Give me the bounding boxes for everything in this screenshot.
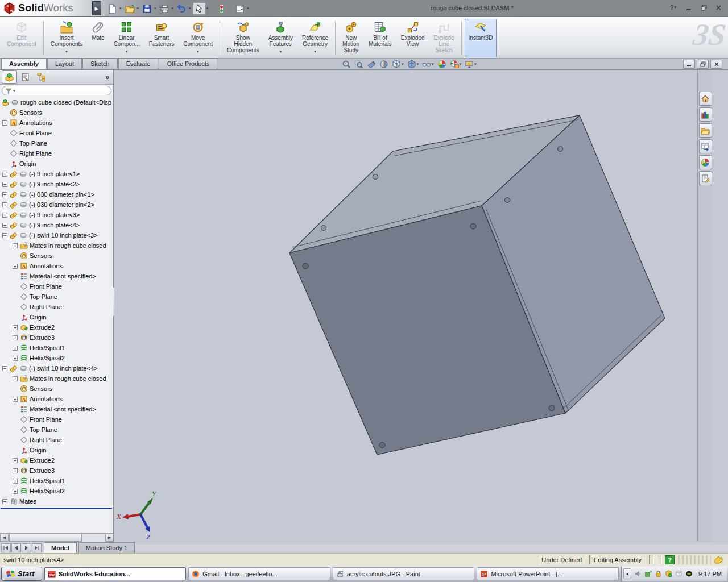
view-orientation-dropdown-caret[interactable]: ▾ [402, 62, 404, 66]
expand-box[interactable]: + [2, 172, 7, 177]
tree-item[interactable]: +Mates in rough cube closed [0, 240, 113, 251]
configuration-manager-tab[interactable] [34, 70, 49, 84]
collapse-box[interactable]: – [2, 233, 7, 238]
panel-tabs-overflow-button[interactable]: » [105, 73, 109, 81]
assembly-features-button[interactable]: AssemblyFeatures▾ [264, 19, 297, 57]
expand-box[interactable]: + [13, 458, 18, 463]
print-dropdown-caret[interactable]: ▾ [172, 6, 174, 11]
tree-item[interactable]: +Mates in rough cube closed [0, 373, 113, 384]
tree-item[interactable]: Right Plane [0, 302, 113, 312]
expand-box[interactable]: + [2, 202, 7, 207]
apply-scene-dropdown-caret[interactable]: ▾ [460, 62, 462, 66]
design-library-tab-button[interactable] [699, 107, 712, 122]
assembly-features-dropdown-caret[interactable]: ▾ [280, 48, 282, 55]
scroll-thumb[interactable] [9, 534, 82, 542]
select-cursor-button[interactable] [193, 2, 206, 15]
move-component-dropdown-caret[interactable]: ▾ [197, 48, 199, 55]
expand-box[interactable]: + [13, 346, 18, 351]
tree-item[interactable]: +Mates [0, 496, 113, 506]
tree-item[interactable]: Sensors [0, 107, 113, 118]
tab-evaluate[interactable]: Evaluate [118, 58, 159, 69]
select-cursor-dropdown-caret[interactable]: ▾ [206, 6, 209, 11]
quick-tips-help-button[interactable]: ? [665, 555, 675, 564]
exploded-view-button[interactable]: ExplodedView [397, 19, 429, 57]
view-palette-tab-button[interactable] [699, 139, 712, 153]
tree-item[interactable]: +AAnnotations [0, 394, 113, 404]
tree-item[interactable]: Origin [0, 445, 113, 455]
linear-pattern-button[interactable]: LinearCompon...▾ [110, 19, 144, 57]
menu-expand-arrow[interactable]: ▶ [92, 1, 101, 15]
expand-box[interactable]: + [2, 120, 7, 126]
tree-item[interactable]: +(-) 030 diameter pin<1> [0, 189, 113, 199]
expand-box[interactable]: + [2, 182, 7, 187]
expand-box[interactable]: + [13, 325, 18, 330]
collapse-box[interactable]: – [2, 366, 7, 371]
undo-button[interactable] [175, 2, 188, 15]
tree-item[interactable]: +Extrude3 [0, 465, 113, 476]
filter-box[interactable]: ▾ [2, 86, 111, 95]
tree-item[interactable]: +Helix/Spiral2 [0, 486, 113, 496]
expand-box[interactable]: + [2, 223, 7, 228]
tab-office-products[interactable]: Office Products [159, 58, 217, 69]
hide-show-items-button[interactable]: ▾ [420, 59, 436, 69]
tab-sketch[interactable]: Sketch [82, 58, 118, 69]
print-button[interactable] [158, 2, 171, 15]
doc-close-button[interactable] [710, 60, 722, 69]
file-explorer-tab-button[interactable] [699, 123, 712, 138]
tree-item[interactable]: Top Plane [0, 138, 113, 148]
close-button[interactable] [713, 3, 723, 12]
start-button[interactable]: Start [1, 567, 42, 581]
tree-item[interactable]: Material <not specified> [0, 271, 113, 281]
updates-icon[interactable] [644, 570, 652, 577]
previous-view-button[interactable] [365, 59, 378, 69]
help-button[interactable]: ?▾ [669, 3, 679, 12]
first-sheet-button[interactable] [1, 543, 11, 552]
section-view-button[interactable] [378, 59, 390, 69]
display-style-dropdown-caret[interactable]: ▾ [417, 62, 419, 66]
expand-box[interactable]: + [13, 335, 18, 340]
solidworks-resources-tab-button[interactable] [699, 92, 712, 106]
last-sheet-button[interactable] [32, 543, 42, 552]
tree-item[interactable]: +AAnnotations [0, 118, 113, 128]
volume-icon[interactable] [634, 570, 642, 577]
traffic-light-button[interactable] [215, 2, 228, 15]
new-document-dropdown-caret[interactable]: ▾ [119, 6, 122, 11]
new-motion-study-button[interactable]: NewMotionStudy [338, 19, 363, 57]
tree-item[interactable]: +Helix/Spiral1 [0, 343, 113, 353]
tab-motion-study-1[interactable]: Motion Study 1 [78, 542, 135, 553]
restore-button[interactable] [698, 3, 709, 12]
expand-box[interactable]: + [13, 468, 18, 473]
tree-item[interactable]: Front Plane [0, 128, 113, 138]
insert-components-button[interactable]: InsertComponents▾ [47, 19, 87, 57]
open-button[interactable] [123, 2, 136, 15]
filter-dropdown-caret[interactable]: ▾ [13, 89, 15, 93]
scroll-left-arrow[interactable]: ◀ [0, 534, 9, 542]
appearances-scenes-tab-button[interactable] [699, 155, 712, 169]
new-document-button[interactable] [106, 2, 119, 15]
insert-components-dropdown-caret[interactable]: ▾ [65, 48, 68, 55]
tag-icon[interactable] [714, 556, 723, 564]
expand-box[interactable]: + [13, 376, 18, 381]
doc-restore-button[interactable] [697, 60, 709, 69]
property-manager-tab[interactable] [18, 70, 33, 84]
rollback-bar[interactable] [1, 508, 112, 509]
open-dropdown-caret[interactable]: ▾ [137, 6, 139, 11]
tree-item[interactable]: +(-) 9 inch plate<3> [0, 210, 113, 220]
tree-item[interactable]: Top Plane [0, 292, 113, 302]
scroll-right-arrow[interactable]: ▶ [105, 534, 114, 542]
view-settings-dropdown-caret[interactable]: ▾ [474, 62, 477, 66]
expand-box[interactable]: + [2, 499, 7, 504]
model-canvas[interactable]: X Y Z [114, 70, 713, 542]
tree-item[interactable]: Sensors [0, 384, 113, 394]
tab-assembly[interactable]: Assembly [1, 58, 47, 69]
expand-box[interactable]: + [13, 397, 18, 402]
view-settings-button[interactable]: ▾ [463, 59, 478, 69]
tab-model[interactable]: Model [44, 542, 77, 553]
view-orientation-button[interactable]: ▾ [390, 59, 406, 69]
edit-appearance-button[interactable] [436, 59, 448, 69]
tree-item[interactable]: +(-) 030 diameter pin<2> [0, 199, 113, 210]
taskbar-item-solidworks[interactable]: SWSolidWorks Education... [44, 567, 187, 580]
tree-item[interactable]: +Helix/Spiral2 [0, 353, 113, 363]
tree-item[interactable]: rough cube closed (Default<Disp [0, 97, 113, 107]
expand-box[interactable]: + [13, 356, 18, 361]
